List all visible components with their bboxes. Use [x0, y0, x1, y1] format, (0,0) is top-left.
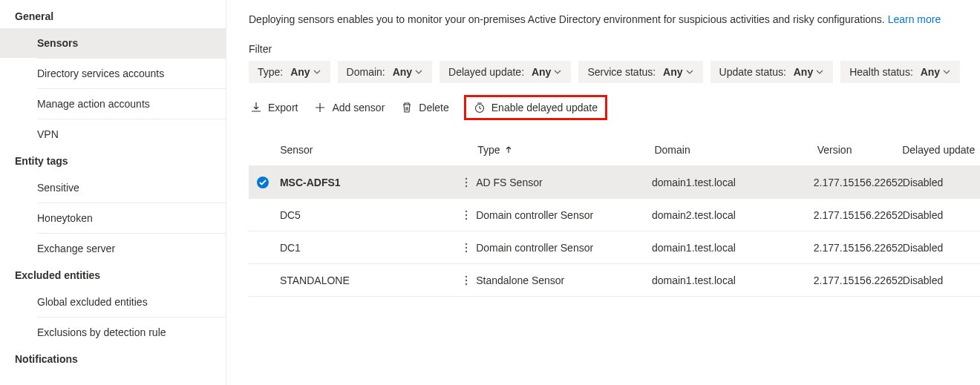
sensors-table: Sensor Type Domain Version Delayed updat… — [249, 134, 980, 297]
sort-ascending-icon — [504, 145, 513, 154]
col-version[interactable]: Version — [817, 144, 902, 156]
more-vertical-icon — [460, 274, 472, 286]
svg-point-10 — [466, 250, 467, 251]
sidebar-item-honeytoken[interactable]: Honeytoken — [0, 203, 226, 233]
cell-type: Standalone Sensor — [476, 274, 652, 286]
svg-point-9 — [466, 246, 467, 248]
filter-update-status[interactable]: Update status: Any — [710, 61, 834, 83]
cell-domain: domain1.test.local — [652, 177, 814, 188]
filter-label: Update status: — [719, 66, 786, 78]
cell-sensor-name: DC1 — [277, 242, 457, 254]
filter-service-status[interactable]: Service status: Any — [578, 61, 702, 83]
col-sensor[interactable]: Sensor — [277, 144, 457, 156]
enable-delayed-update-label: Enable delayed update — [491, 102, 598, 113]
main-content: Deploying sensors enables you to monitor… — [226, 0, 980, 385]
filter-value: Any — [921, 66, 940, 78]
col-domain[interactable]: Domain — [654, 144, 817, 156]
col-delayed-update[interactable]: Delayed update — [902, 144, 980, 156]
table-row[interactable]: DC1 Domain controller Sensor domain1.tes… — [249, 231, 980, 264]
trash-icon — [401, 102, 413, 113]
export-label: Export — [268, 102, 298, 113]
chevron-down-icon — [942, 68, 951, 76]
filter-domain[interactable]: Domain: Any — [338, 61, 432, 83]
filter-heading: Filter — [249, 43, 980, 55]
more-vertical-icon — [460, 242, 472, 254]
chevron-down-icon — [313, 68, 321, 76]
svg-point-11 — [466, 275, 467, 277]
filter-delayed-update[interactable]: Delayed update: Any — [440, 61, 571, 83]
col-type-label: Type — [477, 144, 500, 156]
filter-label: Delayed update: — [448, 66, 524, 78]
cell-type: AD FS Sensor — [476, 177, 652, 188]
table-row[interactable]: DC5 Domain controller Sensor domain2.tes… — [249, 199, 980, 231]
plus-icon — [314, 102, 326, 113]
row-more-button[interactable] — [457, 177, 477, 188]
more-vertical-icon — [460, 177, 472, 188]
svg-point-8 — [466, 243, 467, 244]
table-row[interactable]: MSC-ADFS1 AD FS Sensor domain1.test.loca… — [249, 166, 980, 199]
cell-delayed: Disabled — [903, 274, 980, 286]
filter-health-status[interactable]: Health status: Any — [840, 61, 960, 83]
filter-label: Type: — [258, 66, 283, 78]
cell-sensor-name: MSC-ADFS1 — [277, 177, 457, 188]
cell-type: Domain controller Sensor — [476, 209, 652, 221]
add-sensor-button[interactable]: Add sensor — [313, 99, 386, 116]
svg-point-3 — [466, 181, 467, 182]
row-checkbox[interactable] — [249, 176, 277, 189]
sidebar-item-manage-action-accounts[interactable]: Manage action accounts — [0, 89, 226, 119]
more-vertical-icon — [460, 209, 472, 221]
sidebar-item-directory-services-accounts[interactable]: Directory services accounts — [0, 59, 226, 88]
sidebar-section-general: General — [0, 4, 226, 28]
table-row[interactable]: STANDALONE Standalone Sensor domain1.tes… — [249, 264, 980, 297]
filter-label: Domain: — [347, 66, 385, 78]
cell-domain: domain1.test.local — [652, 242, 814, 254]
download-icon — [250, 102, 262, 113]
chevron-down-icon — [685, 68, 694, 76]
cell-version: 2.177.15156.22652 — [814, 177, 903, 188]
svg-point-12 — [466, 279, 467, 280]
sidebar-section-notifications: Notifications — [0, 347, 226, 371]
filter-label: Service status: — [587, 66, 656, 78]
row-more-button[interactable] — [457, 242, 477, 254]
cell-delayed: Disabled — [903, 177, 980, 188]
delete-button[interactable]: Delete — [399, 99, 450, 116]
sidebar-section-excluded-entities: Excluded entities — [0, 263, 226, 287]
svg-point-13 — [466, 283, 467, 284]
sidebar-item-exchange-server[interactable]: Exchange server — [0, 234, 226, 263]
sidebar-item-vpn[interactable]: VPN — [0, 119, 226, 149]
sidebar-section-entity-tags: Entity tags — [0, 149, 226, 173]
cell-sensor-name: STANDALONE — [277, 274, 457, 286]
row-more-button[interactable] — [457, 209, 477, 221]
cell-delayed: Disabled — [903, 242, 980, 254]
filter-value: Any — [794, 66, 813, 78]
sidebar-item-exclusions-by-detection-rule[interactable]: Exclusions by detection rule — [0, 317, 226, 347]
sidebar-item-sensors[interactable]: Sensors — [0, 28, 226, 58]
col-type[interactable]: Type — [477, 144, 654, 156]
chevron-down-icon — [414, 68, 423, 76]
sidebar: General Sensors Directory services accou… — [0, 0, 226, 385]
cell-sensor-name: DC5 — [277, 209, 457, 221]
command-bar: Export Add sensor Delete Enable delayed … — [249, 95, 980, 120]
cell-delayed: Disabled — [903, 209, 980, 221]
enable-delayed-update-button[interactable]: Enable delayed update — [464, 95, 607, 120]
intro-copy: Deploying sensors enables you to monitor… — [249, 13, 888, 25]
clock-icon — [474, 102, 486, 113]
chevron-down-icon — [553, 68, 562, 76]
cell-version: 2.177.15156.22652 — [814, 209, 903, 221]
svg-point-5 — [466, 210, 467, 211]
cell-domain: domain1.test.local — [652, 274, 814, 286]
row-more-button[interactable] — [457, 274, 477, 286]
sidebar-item-global-excluded-entities[interactable]: Global excluded entities — [0, 287, 226, 317]
filter-type[interactable]: Type: Any — [249, 61, 330, 83]
checkmark-circle-icon — [256, 176, 270, 189]
svg-point-4 — [466, 185, 467, 186]
export-button[interactable]: Export — [249, 99, 299, 116]
chevron-down-icon — [815, 68, 824, 76]
sidebar-item-sensitive[interactable]: Sensitive — [0, 173, 226, 203]
filter-value: Any — [532, 66, 551, 78]
learn-more-link[interactable]: Learn more — [888, 13, 941, 25]
intro-text: Deploying sensors enables you to monitor… — [249, 13, 980, 25]
add-sensor-label: Add sensor — [332, 102, 385, 113]
cell-version: 2.177.15156.22652 — [814, 274, 903, 286]
svg-point-2 — [466, 177, 467, 179]
